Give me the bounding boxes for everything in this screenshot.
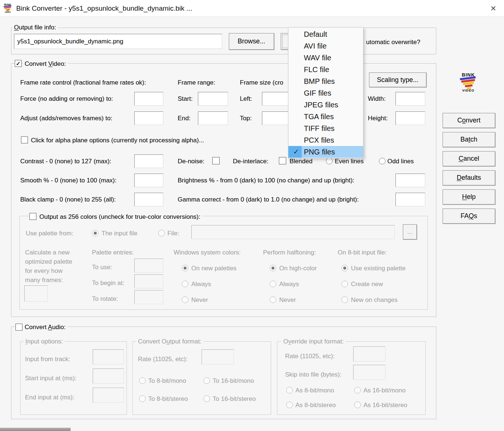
use-palette-from-label: Use palette from: (26, 229, 73, 237)
convert-video-checkbox[interactable]: ✓ (15, 60, 22, 67)
bit8-existing-palette-radio (341, 265, 348, 271)
menu-item-bmp-files[interactable]: BMP files (288, 75, 363, 87)
menu-item-tga-files[interactable]: TGA files (288, 111, 363, 122)
denoise-label: De-noise: (178, 157, 205, 165)
alpha-options-label: Click for alpha plane options (currently… (31, 136, 204, 144)
override-input-format-label: Override input format: (281, 338, 345, 345)
menu-item-pcx-files[interactable]: PCX files (288, 134, 363, 146)
menu-item-wav-file[interactable]: WAV file (288, 52, 363, 64)
convert-audio-label: Convert Audio: (23, 323, 68, 331)
cancel-button[interactable]: Cancel (443, 151, 495, 166)
force-frame-rate-label: Force (no adding or removing) to: (20, 95, 113, 103)
crop-top-field[interactable] (262, 111, 291, 125)
even-lines-radio[interactable] (326, 158, 333, 164)
as-8bit-mono-label: As 8-bit/mono (295, 387, 334, 394)
output-file-info-label: Output file info: (12, 24, 58, 31)
defaults-button[interactable]: Defaults (443, 170, 495, 185)
palette-entries-header: Palette entries: (92, 249, 134, 256)
bink-converter-window: BINK VIDEO Bink Converter - y5s1_opsunlo… (0, 0, 504, 431)
output-filename-input[interactable]: y5s1_opsunlock_bundle_dynamic.png (14, 34, 222, 49)
frame-range-header: Frame range: (178, 79, 215, 86)
bit8-new-on-changes-radio (341, 296, 348, 303)
to-rotate-field (134, 290, 163, 304)
menu-item-avi-file[interactable]: AVI file (288, 40, 363, 52)
browse-button[interactable]: Browse... (229, 33, 274, 50)
brightness-label: Brightness % - from 0 (dark) to 100 (no … (178, 177, 354, 184)
crop-left-label: Left: (240, 95, 252, 103)
halftoning-always-label: Always (279, 280, 299, 288)
help-button[interactable]: Help (443, 189, 495, 204)
to-rotate-label: To rotate: (92, 295, 118, 303)
to-use-label: To use: (92, 263, 112, 271)
menu-item-gif-files[interactable]: GIF files (288, 87, 363, 99)
black-clamp-label: Black clamp - 0 (none) to 255 (all): (20, 196, 116, 203)
odd-lines-label: Odd lines (387, 157, 414, 165)
faqs-button[interactable]: FAQs (443, 209, 495, 224)
contrast-field[interactable] (134, 154, 163, 168)
bink-icon: BINK VIDEO (3, 3, 13, 13)
to-16bit-stereo-label: To 16-bit/stereo (213, 395, 256, 403)
menu-item-jpeg-files[interactable]: JPEG files (288, 99, 363, 111)
frame-end-label: End: (178, 114, 191, 122)
width-field[interactable] (395, 92, 425, 106)
close-icon[interactable]: ✕ (483, 0, 504, 17)
bit8-create-new-label: Create new (351, 280, 383, 288)
end-input-field (93, 388, 124, 403)
black-clamp-field[interactable] (134, 193, 163, 206)
to-16bit-stereo-radio (203, 395, 210, 402)
convert-button[interactable]: Convert (443, 113, 495, 128)
input-from-track-label: Input from track: (25, 355, 70, 363)
contrast-label: Contrast - 0 (none) to 127 (max): (20, 157, 111, 165)
halftoning-never-radio (270, 296, 276, 303)
deinterlace-checkbox[interactable] (279, 157, 286, 164)
frame-start-label: Start: (178, 95, 193, 103)
brightness-field[interactable] (395, 174, 425, 187)
menu-item-png-files[interactable]: ✓PNG files (288, 146, 363, 158)
menu-check-icon: ✓ (291, 146, 302, 158)
force-frame-rate-field[interactable] (134, 92, 163, 106)
to-8bit-stereo-radio (139, 395, 146, 402)
start-input-field (93, 368, 124, 384)
bink-video-logo: BINK VIDEO (458, 72, 479, 92)
crop-top-label: Top: (240, 114, 252, 122)
palette-file-browse-button: ... (403, 224, 417, 239)
frame-start-field[interactable] (198, 92, 228, 106)
win-colors-never-label: Never (191, 296, 208, 304)
menu-item-default[interactable]: Default (288, 28, 363, 40)
menu-item-tiff-files[interactable]: TIFF files (288, 122, 363, 134)
audio-rate-field (202, 349, 234, 364)
convert-output-format-label: Convert Output format: (136, 338, 203, 345)
palette-file-field (191, 225, 395, 239)
file-type-menu: Default AVI file WAV file FLC file BMP f… (288, 27, 363, 158)
window-title: Bink Converter - y5s1_opsunlock_bundle_d… (16, 4, 192, 13)
alpha-options-checkbox[interactable] (21, 136, 28, 143)
denoise-checkbox[interactable] (212, 157, 220, 164)
svg-text:VIDEO: VIDEO (5, 11, 11, 13)
halftoning-header: Perform halftoning: (263, 249, 316, 256)
halftoning-high-color-radio (270, 265, 276, 271)
gamma-field[interactable] (395, 193, 425, 206)
odd-lines-radio[interactable] (379, 158, 386, 164)
to-8bit-stereo-label: To 8-bit/stereo (148, 395, 188, 403)
as-16bit-stereo-label: As 16-bit/stereo (363, 401, 407, 409)
to-8bit-mono-radio (139, 377, 146, 384)
crop-left-field[interactable] (262, 92, 291, 106)
output-256-colors-checkbox[interactable] (29, 213, 36, 220)
win-colors-new-palettes-radio (182, 265, 188, 271)
batch-button[interactable]: Batch (443, 132, 495, 147)
blended-label: Blended (290, 157, 312, 165)
height-field[interactable] (395, 111, 425, 125)
adjust-frame-rate-label: Adjust (adds/removes frames) to: (20, 114, 112, 122)
smooth-field[interactable] (134, 174, 163, 187)
calc-palette-line4: many frames: (25, 276, 63, 284)
title-bar: BINK VIDEO Bink Converter - y5s1_opsunlo… (0, 0, 504, 17)
convert-audio-checkbox[interactable] (15, 324, 22, 331)
to-use-field (134, 259, 163, 273)
menu-item-flc-file[interactable]: FLC file (288, 64, 363, 75)
input-options-label: Input options: (24, 338, 65, 345)
width-label: Width: (368, 95, 386, 103)
frame-end-field[interactable] (198, 111, 228, 125)
adjust-frame-rate-field[interactable] (134, 111, 163, 125)
scaling-type-button[interactable]: Scaling type... (369, 72, 426, 87)
as-8bit-mono-radio (286, 387, 293, 393)
